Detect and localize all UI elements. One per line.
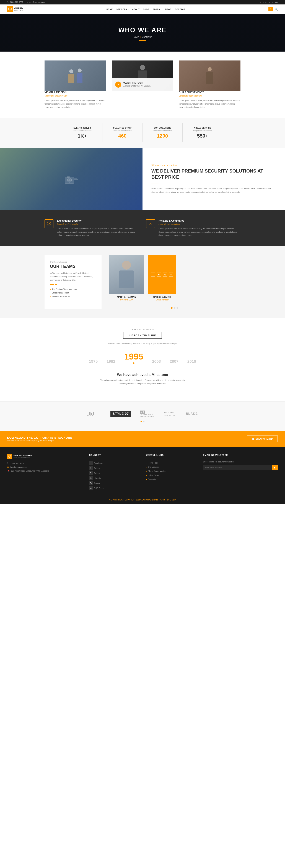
timeline-section: YEARS IN BUSINESS HISTORY TIMELINE We of… [0, 318, 285, 401]
svg-point-7 [150, 222, 151, 223]
premium-eyebrow: With over 15 years of experience [151, 164, 276, 166]
footer-contact-list: 📞 0800 123 4567 ✉ info@g-master.com 📍 12… [7, 462, 82, 473]
reliable-icon-wrap [146, 219, 155, 228]
email-info: ✉ info@g-master.com [27, 1, 46, 3]
stat-staff: QUALIFIED STAFF Tempor incididunt dolore… [102, 123, 143, 143]
vision-left-subtitle: Consectetur adipiscing lorem [44, 94, 106, 97]
social-linkedin[interactable]: in [265, 1, 267, 3]
newsletter-submit-button[interactable]: ▶ [272, 465, 278, 470]
breadcrumb: HOME / ABOUT US [7, 36, 278, 38]
social-vimeo[interactable]: V [269, 1, 270, 3]
nav-contact[interactable]: CONTACT [175, 8, 185, 10]
social-mail-icon[interactable]: @ [163, 272, 167, 277]
team-dot-3[interactable] [177, 307, 178, 309]
team-card-1: MARK S. HASMAN Director & CEO [109, 255, 144, 301]
social-twitter[interactable]: 𝕏 [260, 1, 261, 3]
team-dot-1[interactable] [171, 307, 173, 309]
social-youtube-icon[interactable]: ▶ [157, 272, 161, 277]
phone-icon: 📞 [7, 1, 10, 3]
nav-services[interactable]: SERVICES ▾ [116, 8, 129, 10]
stat-areas: AREAS SERVING Tempor incididunt dolore 5… [183, 123, 223, 143]
linkedin-icon: in [89, 476, 93, 480]
footer-social-list: f Facebook 𝕏 Twitter T Twitter in Linked… [89, 461, 139, 491]
feature-security: Exceptional Security Ipsum sit amet cons… [44, 219, 139, 237]
footer-twitter: 𝕏 Twitter [89, 466, 139, 471]
nav-pages[interactable]: PAGES ▾ [153, 8, 162, 10]
timeline-years: 1975 1982 1995 2003 2007 2010 [7, 352, 278, 364]
partner-dot-2[interactable] [143, 421, 144, 422]
year-1982[interactable]: 1982 [107, 359, 115, 364]
premium-body: Dolor sit amet consectetur adipiscing el… [151, 187, 276, 194]
newsletter-input[interactable] [203, 465, 272, 470]
svg-text:EASTIN: EASTIN [87, 414, 94, 416]
watch-text: WATCH THE TOUR Explore what we do for Se… [123, 82, 151, 88]
social-gplus[interactable]: G+ [275, 1, 278, 3]
google-icon: G+ [89, 482, 93, 485]
features-section: Exceptional Security Ipsum sit amet cons… [0, 210, 285, 246]
email-icon: ✉ [7, 466, 9, 468]
team-eyebrow: The Security Leaders [50, 261, 96, 263]
stats-section: EVENTS SERVED Tempor incididunt dolore 1… [0, 118, 285, 148]
team-member-2-orange: f ▶ @ in [148, 255, 176, 294]
vision-left-card: VISION & MISSION Consectetur adipiscing … [44, 60, 106, 109]
hero-section: WHO WE ARE HOME / ABOUT US [0, 14, 285, 52]
social-facebook[interactable]: f [263, 1, 263, 3]
footer-link-home: Home Page [146, 461, 196, 465]
partner-eastin: EASTIN [87, 411, 102, 417]
nav-right: 1 🔍 [269, 7, 278, 11]
security-icon-wrap [44, 219, 54, 228]
svg-point-4 [68, 179, 71, 181]
cart-button[interactable]: 1 [269, 7, 273, 11]
footer-link-about: About Guard Master [146, 469, 196, 473]
team-member-1-image [109, 255, 144, 294]
year-1995[interactable]: 1995 [124, 352, 143, 364]
footer-useful-title: USEFUL LINKS [146, 454, 196, 458]
twitter-icon-2: T [89, 471, 93, 475]
partner-style07: STYLE 07 [110, 411, 131, 417]
newsletter-text: Subscribe to our security newsletter [203, 461, 278, 463]
team-member-2-name: CARISE J. SMITH [148, 296, 176, 298]
search-icon[interactable]: 🔍 [275, 8, 278, 10]
stat-events: EVENTS SERVED Tempor incididunt dolore 1… [62, 123, 102, 143]
feature-security-text: Exceptional Security Ipsum sit amet cons… [57, 219, 139, 237]
team-member-2-role: Events Manager [148, 299, 176, 301]
social-link-icon[interactable]: in [169, 272, 173, 277]
svg-rect-8 [89, 412, 91, 415]
partners-grid: EASTIN STYLE 07 A R ALEXANDER & RODNEY M… [7, 410, 278, 417]
year-1975[interactable]: 1975 [89, 359, 98, 364]
svg-text:G: G [9, 8, 10, 10]
team-list-item: Office Management [50, 291, 96, 294]
footer-phone: 📞 0800 123 4567 [7, 462, 82, 465]
cta-brochure-button[interactable]: 📄 BROCHURE 2014 [247, 436, 278, 442]
footer-logo-text: GUARD MASTER SECURITY SERVICES [13, 454, 32, 459]
team-social-icons: f ▶ @ in [151, 272, 173, 277]
location-icon: 📍 [7, 470, 10, 472]
footer-connect-title: CONNECT [89, 454, 139, 458]
social-rss[interactable]: ⊕ [272, 1, 274, 3]
nav-about[interactable]: ABOUT [132, 8, 140, 10]
stats-grid: EVENTS SERVED Tempor incididunt dolore 1… [62, 123, 223, 143]
footer-address: 📍 123 King Street, Melbourne 3000 - Aust… [7, 469, 82, 473]
social-facebook-icon[interactable]: f [151, 272, 155, 277]
logo-text: GUARD MASTER [14, 7, 23, 11]
nav-shop[interactable]: SHOP [143, 8, 149, 10]
year-2007[interactable]: 2007 [170, 359, 178, 364]
play-button[interactable] [115, 82, 121, 88]
team-title: OUR TEAMS [50, 264, 96, 269]
partner-renard: RENARDTHE STYLE [163, 411, 177, 417]
vision-section: VISION & MISSION Consectetur adipiscing … [0, 52, 285, 118]
year-2003[interactable]: 2003 [152, 359, 161, 364]
top-bar: 📞 0800 123 4567 ✉ info@g-master.com 𝕏 f … [0, 0, 285, 4]
timeline-title: HISTORY TIMELINE [123, 332, 162, 339]
partner-dot-1[interactable] [141, 421, 142, 422]
footer-grid: GUARD MASTER SECURITY SERVICES 📞 0800 12… [7, 454, 278, 491]
nav-news[interactable]: NEWS [165, 8, 171, 10]
svg-rect-5 [74, 179, 77, 180]
page-title: WHO WE ARE [7, 26, 278, 34]
footer-rss: ⊕ RSS Feeds [89, 486, 139, 491]
nav-home[interactable]: HOME [107, 8, 113, 10]
vision-left-title: VISION & MISSION [44, 91, 106, 93]
year-2010[interactable]: 2010 [187, 359, 196, 364]
team-dot-2[interactable] [174, 307, 175, 309]
footer-link-contact: Contact us [146, 477, 196, 481]
